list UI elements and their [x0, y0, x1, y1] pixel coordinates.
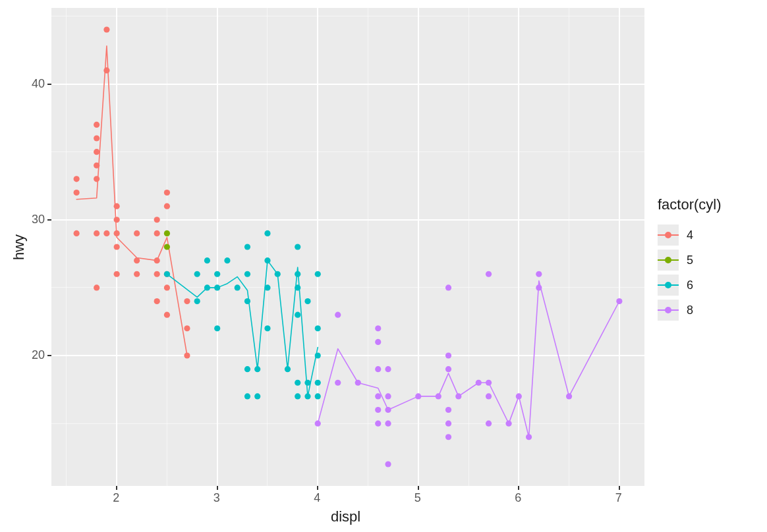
- data-point: [476, 380, 482, 386]
- data-point: [114, 244, 120, 250]
- x-tick-mark: [317, 486, 318, 490]
- data-point: [315, 393, 321, 399]
- data-point: [315, 421, 321, 427]
- data-point: [385, 407, 391, 413]
- data-point: [505, 421, 511, 427]
- data-point: [103, 230, 109, 236]
- data-point: [385, 366, 391, 372]
- x-axis-title: displ: [331, 508, 360, 525]
- data-point: [335, 380, 341, 386]
- y-axis-title: hwy: [11, 234, 28, 260]
- data-point: [214, 284, 220, 290]
- legend-swatch: [658, 275, 679, 296]
- data-point: [114, 271, 120, 277]
- data-point: [244, 393, 250, 399]
- data-point: [486, 271, 492, 277]
- x-tick-mark: [217, 486, 218, 490]
- data-point: [103, 67, 109, 73]
- data-point: [94, 163, 99, 169]
- legend-title: factor(cyl): [658, 196, 722, 213]
- legend-label: 6: [687, 279, 693, 292]
- x-tick-mark: [619, 486, 620, 490]
- data-point: [295, 244, 300, 250]
- data-point: [445, 407, 451, 413]
- data-point: [94, 284, 99, 290]
- series-line-4: [76, 46, 187, 356]
- data-point: [114, 203, 120, 209]
- data-point: [536, 271, 542, 277]
- x-tick-label: 4: [314, 491, 320, 505]
- data-point: [134, 271, 140, 277]
- data-point: [244, 244, 250, 250]
- data-point: [164, 284, 170, 290]
- legend-dot-icon: [665, 282, 671, 288]
- legend-label: 8: [687, 304, 693, 317]
- legend-swatch: [658, 225, 679, 246]
- data-point: [154, 217, 160, 223]
- data-point: [315, 352, 321, 358]
- data-point: [154, 257, 160, 263]
- legend-label: 4: [687, 228, 693, 242]
- data-point: [154, 271, 160, 277]
- data-point: [526, 434, 532, 440]
- data-point: [486, 393, 492, 399]
- legend: factor(cyl) 4568: [658, 196, 722, 323]
- data-point: [295, 380, 300, 386]
- x-tick-label: 2: [113, 491, 119, 505]
- data-point: [335, 312, 341, 318]
- legend-label: 5: [687, 253, 693, 267]
- data-point: [164, 190, 170, 196]
- data-point: [114, 230, 120, 236]
- data-point: [436, 393, 441, 399]
- data-point: [254, 366, 260, 372]
- data-point: [154, 230, 160, 236]
- data-point: [455, 393, 461, 399]
- data-point: [275, 271, 281, 277]
- data-point: [114, 217, 120, 223]
- data-point: [445, 366, 451, 372]
- data-point: [244, 271, 250, 277]
- x-tick-label: 3: [213, 491, 220, 505]
- data-point: [94, 176, 99, 182]
- data-point: [295, 284, 300, 290]
- data-point: [295, 271, 300, 277]
- data-point: [74, 190, 80, 196]
- x-tick-mark: [116, 486, 117, 490]
- series-line-8: [318, 281, 619, 437]
- data-point: [295, 312, 300, 318]
- x-tick-mark: [518, 486, 519, 490]
- data-point: [536, 284, 542, 290]
- data-point: [375, 366, 381, 372]
- data-point: [214, 325, 220, 331]
- data-point: [375, 325, 381, 331]
- data-point: [516, 393, 522, 399]
- x-tick-mark: [418, 486, 419, 490]
- data-point: [264, 284, 270, 290]
- data-point: [355, 380, 361, 386]
- data-point: [204, 284, 210, 290]
- y-tick-label: 40: [32, 77, 45, 91]
- data-point: [94, 149, 99, 155]
- data-point: [164, 203, 170, 209]
- data-point: [103, 26, 109, 32]
- data-point: [164, 271, 170, 277]
- data-point: [184, 325, 190, 331]
- legend-key-5: 5: [658, 248, 722, 273]
- legend-dot-icon: [665, 257, 671, 263]
- data-point: [164, 312, 170, 318]
- data-point: [164, 230, 170, 236]
- data-point: [244, 298, 250, 304]
- data-point: [315, 325, 321, 331]
- plot-svg: [51, 8, 644, 486]
- y-tick-mark: [47, 355, 51, 356]
- data-point: [244, 366, 250, 372]
- data-point: [134, 257, 140, 263]
- data-point: [304, 393, 310, 399]
- data-point: [94, 135, 99, 141]
- data-point: [415, 393, 421, 399]
- data-point: [264, 257, 270, 263]
- y-tick-mark: [47, 219, 51, 221]
- data-point: [566, 393, 572, 399]
- chart-figure: displ hwy factor(cyl) 4568 234567203040: [0, 0, 767, 532]
- data-point: [486, 421, 492, 427]
